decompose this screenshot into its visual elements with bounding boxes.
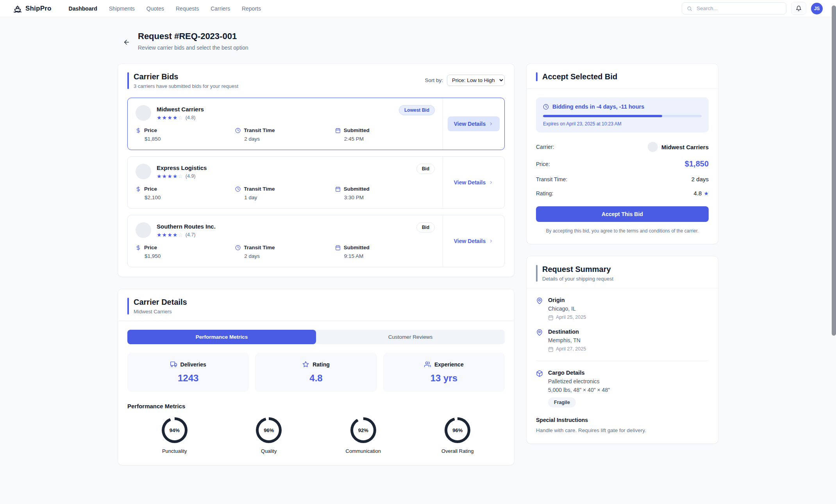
- star-icon: ★: [173, 115, 178, 120]
- main-content: Request #REQ-2023-001 Review carrier bid…: [118, 17, 718, 465]
- right-column: Accept Selected Bid Bidding ends in -4 d…: [526, 63, 718, 444]
- star-icon: ☆: [178, 232, 183, 238]
- carrier-details-card: Carrier Details Midwest Carriers Perform…: [118, 289, 514, 465]
- calendar-icon: [548, 315, 554, 320]
- fragile-badge: Fragile: [548, 397, 576, 407]
- gauge-ring: 96%: [445, 417, 470, 443]
- gauge-ring: 92%: [350, 417, 376, 443]
- carrier-avatar: [648, 142, 658, 152]
- user-avatar[interactable]: JS: [811, 3, 823, 14]
- expires-text: Expires on April 23, 2025 at 10:23 AM: [543, 121, 702, 127]
- price-label: Price: [144, 245, 157, 250]
- cube-icon: [536, 370, 543, 407]
- nav-item-reports[interactable]: Reports: [242, 5, 261, 12]
- calendar-icon: [335, 186, 341, 192]
- stat-label: Deliveries: [180, 361, 206, 368]
- gauge-quality: 96%Quality: [222, 417, 316, 454]
- nav-item-carriers[interactable]: Carriers: [211, 5, 230, 12]
- nav-item-dashboard[interactable]: Dashboard: [69, 5, 97, 12]
- bidding-countdown-box: Bidding ends in -4 days, -11 hours Expir…: [536, 97, 709, 132]
- accent-bar: [536, 265, 538, 282]
- submitted-time-value: 2:45 PM: [335, 136, 435, 142]
- gauge-communication: 92%Communication: [316, 417, 411, 454]
- metric-price: Price$1,950: [136, 245, 235, 259]
- metric-submitted-time: Submitted9:15 AM: [335, 245, 435, 259]
- nav-item-quotes[interactable]: Quotes: [146, 5, 164, 12]
- carrier-details-subtitle: Midwest Carriers: [134, 309, 187, 315]
- top-navbar: ShipPro DashboardShipmentsQuotesRequests…: [0, 0, 836, 17]
- transit-time-label: Transit Time: [244, 245, 275, 250]
- accent-bar: [127, 72, 129, 89]
- price-value: $1,850: [685, 159, 709, 168]
- submitted-time-label: Submitted: [344, 127, 370, 133]
- tab-performance-metrics[interactable]: Performance Metrics: [127, 330, 316, 344]
- stat-value: 4.8: [309, 373, 322, 384]
- clock-icon: [543, 104, 549, 110]
- destination-date: April 27, 2025: [548, 346, 586, 352]
- star-icon: [302, 361, 309, 368]
- bid-card-express-logistics[interactable]: Express Logistics★★★★☆(4.9)BidPrice$2,10…: [127, 156, 505, 209]
- metric-submitted-time: Submitted3:30 PM: [335, 186, 435, 200]
- view-details-label: View Details: [454, 179, 486, 186]
- calendar-icon: [548, 347, 554, 352]
- sort-by-label: Sort by:: [425, 77, 443, 83]
- bid-card-southern-routes-inc[interactable]: Southern Routes Inc.★★★★☆(4.7)BidPrice$1…: [127, 215, 505, 267]
- star-icon: ☆: [178, 115, 183, 120]
- star-icon: ★: [162, 173, 167, 179]
- view-details-button[interactable]: View Details: [448, 116, 500, 131]
- gauge-label: Quality: [261, 448, 277, 454]
- carrier-bids-subtitle: 3 carriers have submitted bids for your …: [134, 83, 238, 89]
- star-icon: ★: [157, 232, 162, 238]
- cargo-dimensions: 5,000 lbs, 48" × 40" × 48": [548, 387, 610, 393]
- price-label: Price: [144, 186, 157, 192]
- submitted-time-label: Submitted: [344, 245, 370, 250]
- search-input[interactable]: [696, 5, 781, 12]
- accept-bid-button[interactable]: Accept This Bid: [536, 206, 709, 222]
- carrier-details-title: Carrier Details: [134, 298, 187, 307]
- star-icon: ☆: [178, 173, 183, 179]
- metric-price: Price$2,100: [136, 186, 235, 200]
- request-summary-card: Request Summary Details of your shipping…: [526, 256, 718, 444]
- dollar-icon: [136, 186, 141, 192]
- back-button[interactable]: [118, 31, 130, 51]
- view-details-label: View Details: [454, 121, 486, 127]
- view-details-button[interactable]: View Details: [454, 238, 493, 244]
- metric-price: Price$1,850: [136, 127, 235, 142]
- transit-value: 2 days: [691, 176, 709, 182]
- performance-gauges: 94%Punctuality96%Quality92%Communication…: [127, 417, 505, 454]
- star-icon: ★: [167, 232, 172, 238]
- transit-time-value: 2 days: [235, 253, 335, 259]
- date-text: April 25, 2025: [556, 315, 586, 320]
- nav-item-shipments[interactable]: Shipments: [109, 5, 135, 12]
- origin-label: Origin: [548, 297, 586, 303]
- metric-transit-time: Transit Time2 days: [235, 127, 335, 142]
- metric-transit-time: Transit Time2 days: [235, 245, 335, 259]
- bid-card-midwest-carriers[interactable]: Midwest Carriers★★★★☆(4.8)Lowest BidPric…: [127, 98, 505, 150]
- bid-badge: Bid: [416, 164, 435, 174]
- star-rating: ★★★★☆(4.9): [157, 173, 416, 179]
- countdown-text: Bidding ends in -4 days, -11 hours: [552, 104, 644, 110]
- stat-card-deliveries: Deliveries1243: [127, 353, 249, 392]
- gauge-ring: 94%: [162, 417, 188, 443]
- transit-label: Transit Time:: [536, 176, 567, 182]
- brand[interactable]: ShipPro: [13, 4, 52, 13]
- accept-bid-card: Accept Selected Bid Bidding ends in -4 d…: [526, 63, 718, 244]
- performance-metrics-heading: Performance Metrics: [127, 403, 505, 409]
- bid-badge: Lowest Bid: [399, 105, 435, 115]
- view-details-button[interactable]: View Details: [454, 179, 493, 186]
- star-icon: ★: [173, 173, 178, 179]
- page-scrollbar: [832, 0, 836, 504]
- scrollbar-thumb[interactable]: [832, 5, 836, 336]
- dollar-icon: [136, 128, 141, 133]
- tab-customer-reviews[interactable]: Customer Reviews: [316, 330, 505, 344]
- notifications-button[interactable]: [791, 2, 806, 15]
- star-rating: ★★★★☆(4.7): [157, 232, 416, 238]
- stat-label: Rating: [313, 361, 330, 368]
- nav-item-requests[interactable]: Requests: [176, 5, 199, 12]
- stat-card-rating: Rating4.8: [255, 353, 377, 392]
- gauge-label: Punctuality: [162, 448, 187, 454]
- sort-select[interactable]: Price: Low to High: [447, 75, 505, 86]
- rating-number: (4.8): [186, 115, 196, 120]
- transit-time-label: Transit Time: [244, 186, 275, 192]
- star-icon: ★: [162, 232, 167, 238]
